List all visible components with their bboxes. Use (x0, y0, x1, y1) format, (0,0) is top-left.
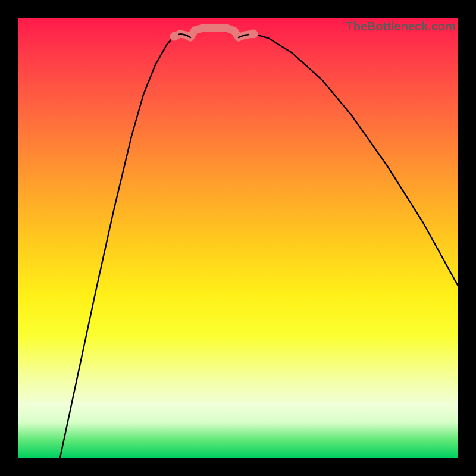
watermark-text: TheBottleneck.com (346, 20, 456, 33)
plot-area (18, 18, 458, 458)
pink-endpoint-right (249, 30, 258, 39)
chart-frame: TheBottleneck.com (0, 0, 476, 476)
chart-svg (18, 18, 458, 458)
pink-endpoint-left (170, 32, 179, 41)
black-curve-right (239, 34, 458, 285)
black-curve-left (60, 34, 190, 458)
